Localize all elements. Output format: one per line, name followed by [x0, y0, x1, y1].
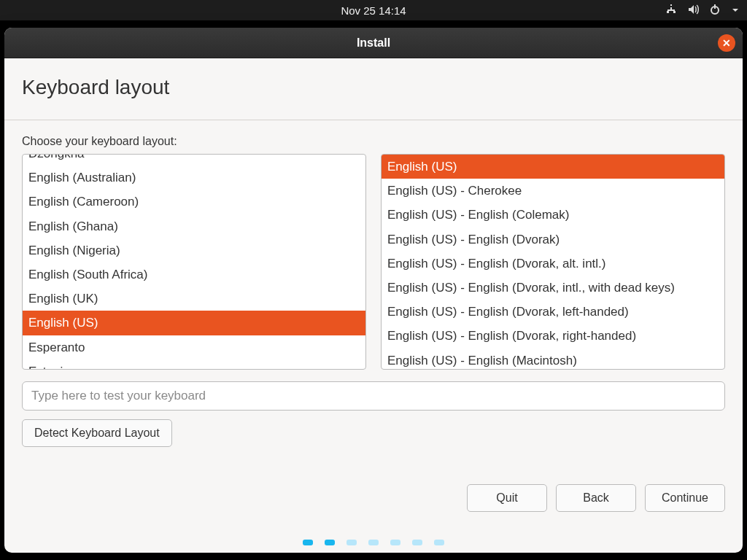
layout-lists: DzongkhaEnglish (Australian)English (Cam… [22, 154, 725, 370]
list-item[interactable]: English (US) - English (Colemak) [382, 203, 724, 227]
choose-label: Choose your keyboard layout: [22, 135, 725, 148]
indicator-area [665, 0, 740, 20]
list-item[interactable]: English (Nigeria) [23, 238, 365, 262]
progress-dot [412, 540, 422, 545]
progress-dots [4, 540, 743, 545]
list-item[interactable]: Dzongkha [23, 155, 365, 166]
list-item[interactable]: English (US) - English (Dvorak, left-han… [382, 300, 724, 324]
window-title: Install [357, 36, 390, 50]
list-item[interactable]: English (US) - English (Dvorak, right-ha… [382, 324, 724, 348]
list-item[interactable]: English (US) - English (Dvorak, alt. int… [382, 252, 724, 276]
list-item[interactable]: English (US) - English (Dvorak, intl., w… [382, 276, 724, 300]
svg-rect-4 [667, 9, 675, 11]
window-titlebar: Install ✕ [4, 28, 743, 58]
detect-layout-button[interactable]: Detect Keyboard Layout [22, 419, 172, 447]
list-item[interactable]: English (US) - English (Dvorak) [382, 228, 724, 252]
list-item[interactable]: English (Ghana) [23, 214, 365, 238]
svg-rect-0 [670, 4, 672, 6]
progress-dot [434, 540, 444, 545]
keyboard-test-input[interactable] [22, 381, 725, 411]
clock: Nov 25 14:14 [341, 4, 406, 17]
volume-icon[interactable] [687, 4, 699, 18]
list-item[interactable]: Esperanto [23, 335, 365, 359]
list-item[interactable]: English (UK) [23, 287, 365, 311]
progress-dot [303, 540, 313, 545]
chevron-down-icon[interactable] [731, 4, 740, 17]
svg-rect-1 [667, 11, 669, 13]
page-content: Keyboard layout Choose your keyboard lay… [4, 58, 743, 447]
close-button[interactable]: ✕ [718, 34, 735, 52]
progress-dot [347, 540, 357, 545]
install-window: Install ✕ Keyboard layout Choose your ke… [4, 28, 743, 553]
divider [4, 120, 743, 120]
list-item[interactable]: English (US) [382, 155, 724, 179]
list-item[interactable]: Estonian [23, 359, 365, 369]
page-title: Keyboard layout [22, 76, 725, 99]
list-item[interactable]: English (US) [23, 311, 365, 335]
variant-list[interactable]: English (US)English (US) - CherokeeEngli… [381, 154, 725, 370]
continue-button[interactable]: Continue [645, 484, 725, 512]
progress-dot [390, 540, 400, 545]
progress-dot [325, 540, 335, 545]
list-item[interactable]: English (US) - Cherokee [382, 179, 724, 203]
list-item[interactable]: English (Cameroon) [23, 190, 365, 214]
network-icon[interactable] [665, 4, 677, 18]
nav-buttons: Quit Back Continue [467, 484, 725, 512]
gnome-topbar: Nov 25 14:14 [0, 0, 747, 20]
list-item[interactable]: English (US) - English (Macintosh) [382, 349, 724, 370]
back-button[interactable]: Back [556, 484, 636, 512]
progress-dot [368, 540, 379, 545]
list-item[interactable]: English (Australian) [23, 166, 365, 190]
quit-button[interactable]: Quit [467, 484, 547, 512]
svg-rect-6 [714, 4, 716, 9]
close-icon: ✕ [722, 38, 731, 48]
language-layout-list[interactable]: DzongkhaEnglish (Australian)English (Cam… [22, 154, 366, 370]
list-item[interactable]: English (South Africa) [23, 262, 365, 287]
power-icon[interactable] [709, 4, 721, 18]
svg-rect-2 [673, 11, 676, 13]
